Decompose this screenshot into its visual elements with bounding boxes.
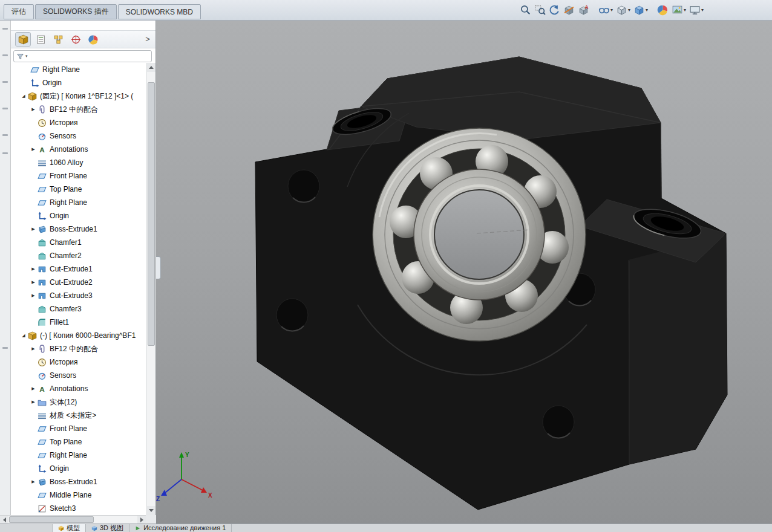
expand-arrow-icon[interactable]: ◢	[19, 94, 28, 99]
tree-item[interactable]: Chamfer2	[11, 249, 146, 262]
tree-item[interactable]: ◢(固定) [ Копия 1^BF12 ]<1> (	[11, 89, 146, 103]
panel-splitter-handle[interactable]	[156, 256, 161, 279]
scroll-left-button[interactable]	[0, 516, 8, 524]
vertical-scroll-thumb[interactable]	[148, 82, 155, 346]
propertymanager-tab[interactable]	[33, 33, 48, 46]
tree-item[interactable]: 1060 Alloy	[11, 156, 146, 169]
tree-item[interactable]: ▶AAnnotations	[11, 382, 146, 395]
bearing[interactable]	[373, 128, 586, 341]
configurationmanager-tab[interactable]	[51, 33, 65, 46]
zoom-to-area-icon[interactable]	[534, 4, 546, 16]
expand-arrow-icon[interactable]: ▶	[29, 107, 38, 112]
dimxpertmanager-tab[interactable]	[68, 33, 83, 46]
tree-horizontal-scrollbar[interactable]	[0, 515, 146, 524]
scroll-down-button[interactable]	[147, 506, 155, 515]
plane-icon	[38, 185, 47, 194]
tree-item[interactable]: Middle Plane	[11, 488, 146, 502]
tree-item[interactable]: Top Plane	[11, 435, 146, 449]
tree-item[interactable]: ▶BF12 中的配合	[11, 103, 146, 116]
dropdown-caret-icon[interactable]: ▾	[646, 8, 648, 13]
tree-item[interactable]: ▶实体(12)	[11, 395, 146, 409]
expand-arrow-icon[interactable]: ▶	[29, 267, 38, 271]
previous-view-icon[interactable]	[548, 4, 561, 16]
mounting-hole[interactable]	[276, 299, 308, 331]
tab-motion-study[interactable]: Исследование движения 1	[129, 524, 232, 532]
tree-item[interactable]: Front Plane	[11, 169, 146, 183]
expand-arrow-icon[interactable]: ◢	[19, 333, 28, 338]
tree-item[interactable]: ▶Cut-Extrude3	[11, 289, 146, 302]
tree-item[interactable]: Sensors	[11, 369, 146, 382]
tree-item[interactable]: Fillet1	[11, 316, 146, 329]
dropdown-caret-icon[interactable]: ▾	[628, 8, 630, 13]
filter-caret-icon[interactable]: ▾	[25, 54, 28, 59]
tree-vertical-scrollbar[interactable]	[146, 63, 155, 515]
tree-filter-input[interactable]: ▾	[13, 50, 152, 62]
expand-arrow-icon[interactable]: ▶	[29, 479, 38, 484]
history-icon	[38, 118, 47, 128]
tree-item[interactable]: Sketch3	[11, 502, 146, 515]
view-orientation-icon[interactable]: ▾	[633, 4, 649, 16]
tree-item[interactable]: Origin	[11, 462, 146, 475]
annotation-views-icon[interactable]: A	[577, 4, 590, 16]
toolbar-grip	[2, 54, 8, 56]
tree-item[interactable]: Chamfer1	[11, 236, 146, 249]
tree-item[interactable]: Origin	[11, 76, 146, 89]
zoom-to-fit-icon[interactable]	[519, 4, 532, 16]
mounting-hole[interactable]	[543, 406, 574, 438]
mounting-hole[interactable]	[288, 170, 319, 203]
horizontal-scroll-thumb[interactable]	[9, 516, 94, 523]
tree-item[interactable]: Right Plane	[11, 63, 146, 76]
tree-item[interactable]: ▶Boss-Extrude1	[11, 222, 146, 236]
dropdown-caret-icon[interactable]: ▾	[684, 8, 686, 13]
tree-item[interactable]: Origin	[11, 209, 146, 222]
tree-item[interactable]: Right Plane	[11, 449, 146, 462]
hide-show-items-icon[interactable]: ▾	[598, 4, 613, 16]
tree-item[interactable]: ◢(-) [ Копия 6000-Bearing^BF1	[11, 329, 146, 342]
expand-arrow-icon[interactable]: ▶	[29, 293, 38, 298]
scroll-up-button[interactable]	[147, 63, 155, 72]
tree-item[interactable]: ▶Boss-Extrude1	[11, 475, 146, 488]
tree-item[interactable]: ▶Cut-Extrude2	[11, 276, 146, 289]
expand-arrow-icon[interactable]: ▶	[29, 346, 38, 351]
tree-item-label: BF12 中的配合	[50, 105, 98, 115]
ribbon-tab-solidworks-mbd[interactable]: SOLIDWORKS MBD	[118, 4, 201, 19]
display-style-icon[interactable]: ▾	[615, 4, 631, 16]
svg-text:A: A	[39, 146, 45, 154]
panel-expand-chevron[interactable]: >	[143, 33, 152, 45]
filter-funnel-icon[interactable]	[16, 53, 24, 60]
model-view: Y X Z	[156, 21, 772, 524]
scroll-right-button[interactable]	[137, 516, 146, 524]
tree-item[interactable]: ▶AAnnotations	[11, 143, 146, 156]
apply-scene-icon[interactable]: ▾	[671, 4, 687, 16]
edit-appearance-icon[interactable]	[656, 4, 669, 16]
tree-item[interactable]: Sensors	[11, 129, 146, 143]
ribbon-tab-solidworks-addins[interactable]: SOLIDWORKS 插件	[35, 4, 117, 19]
tree-item[interactable]: История	[11, 355, 146, 369]
tree-item[interactable]: ▶BF12 中的配合	[11, 342, 146, 355]
dropdown-caret-icon[interactable]: ▾	[701, 8, 704, 13]
tree-item[interactable]: Front Plane	[11, 422, 146, 435]
tree-item[interactable]: Chamfer3	[11, 302, 146, 316]
expand-arrow-icon[interactable]: ▶	[29, 386, 38, 391]
tree-item[interactable]: Right Plane	[11, 196, 146, 209]
displaymanager-tab[interactable]	[86, 33, 100, 46]
triad-x-label: X	[208, 492, 212, 499]
tab-3d-views[interactable]: 3D 视图	[86, 524, 129, 532]
dropdown-caret-icon[interactable]: ▾	[610, 8, 613, 13]
expand-arrow-icon[interactable]: ▶	[29, 147, 38, 152]
section-view-icon[interactable]	[563, 4, 575, 16]
ribbon-tab-evaluate[interactable]: 评估	[4, 4, 34, 19]
view-settings-icon[interactable]: ▾	[689, 4, 704, 16]
expand-arrow-icon[interactable]: ▶	[29, 227, 38, 232]
tree-item[interactable]: История	[11, 116, 146, 129]
tab-model[interactable]: 模型	[53, 524, 86, 532]
graphics-area[interactable]: Y X Z	[156, 21, 772, 524]
tree-item[interactable]: 材质 <未指定>	[11, 409, 146, 422]
featuremanager-tree-tab[interactable]	[16, 33, 30, 46]
expand-arrow-icon[interactable]: ▶	[29, 400, 38, 404]
tree-item[interactable]: Top Plane	[11, 183, 146, 196]
tree-item-label: BF12 中的配合	[50, 344, 98, 354]
expand-arrow-icon[interactable]: ▶	[29, 280, 38, 285]
tree-item[interactable]: ▶Cut-Extrude1	[11, 262, 146, 276]
chamfer-icon	[38, 251, 47, 261]
